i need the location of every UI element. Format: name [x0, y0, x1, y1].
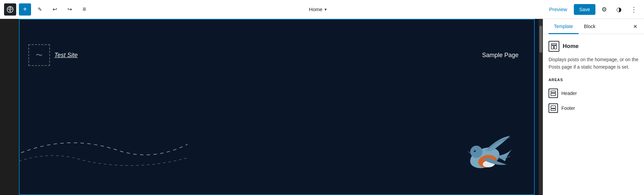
redo-icon: ↪ [67, 6, 72, 13]
svg-rect-12 [551, 106, 556, 108]
site-logo-placeholder: 〜 [28, 44, 50, 66]
edit-button[interactable]: ✎ [34, 3, 46, 16]
scroll-thumb [539, 26, 542, 53]
close-icon: × [633, 23, 637, 30]
page-title-button[interactable]: Home ▾ [305, 4, 331, 14]
gear-icon: ⚙ [601, 6, 607, 13]
main-area: 〜 Test Site Sample Page [0, 19, 644, 195]
template-icon [549, 41, 559, 52]
svg-rect-7 [551, 44, 557, 45]
svg-rect-11 [551, 93, 556, 96]
area-item-header[interactable]: Header [549, 86, 639, 101]
dashed-arc-svg [19, 111, 188, 178]
panel-item-title: Home [563, 43, 579, 50]
svg-rect-10 [551, 91, 556, 93]
bird-svg [458, 131, 512, 181]
add-block-button[interactable]: + [19, 3, 31, 16]
svg-rect-13 [551, 109, 556, 111]
plus-icon: + [23, 5, 27, 13]
bird-illustration [458, 131, 512, 185]
svg-rect-8 [551, 46, 554, 49]
save-button[interactable]: Save [574, 4, 595, 15]
svg-point-5 [474, 150, 476, 152]
list-view-icon: ≡ [83, 6, 86, 13]
panel-body: Home Displays posts on the homepage, or … [543, 34, 644, 195]
pencil-icon: ✎ [38, 6, 42, 13]
wp-logo[interactable] [4, 3, 16, 16]
panel-tabs: Template Block × [543, 19, 644, 34]
area-item-footer[interactable]: Footer [549, 101, 639, 116]
toolbar: + ✎ ↩ ↪ ≡ Home ▾ Preview Save ⚙ ◑ [0, 0, 644, 19]
toolbar-center: Home ▾ [93, 4, 542, 14]
footer-icon-svg [551, 105, 556, 111]
page-title-label: Home [309, 6, 323, 12]
layout-icon-svg [551, 43, 557, 49]
footer-area-label: Footer [561, 105, 575, 111]
header-area-icon [549, 89, 558, 98]
more-icon: ⋮ [631, 6, 637, 13]
preview-button[interactable]: Preview [545, 4, 571, 14]
toolbar-right: Preview Save ⚙ ◑ ⋮ [545, 3, 640, 16]
list-view-button[interactable]: ≡ [78, 3, 90, 16]
canvas-content[interactable]: 〜 Test Site Sample Page [19, 19, 539, 195]
header-area-label: Header [561, 91, 577, 96]
chevron-down-icon: ▾ [325, 7, 327, 12]
footer-area-icon [549, 103, 558, 113]
scrollbar[interactable] [539, 19, 543, 195]
contrast-icon: ◑ [616, 6, 622, 13]
tab-template[interactable]: Template [549, 19, 579, 34]
svg-rect-9 [554, 46, 557, 49]
undo-icon: ↩ [53, 6, 57, 13]
canvas-wrapper: 〜 Test Site Sample Page [0, 19, 543, 195]
svg-point-6 [474, 150, 475, 151]
nav-sample-page: Sample Page [482, 52, 519, 59]
settings-button[interactable]: ⚙ [598, 3, 610, 16]
areas-label: AREAS [549, 78, 639, 82]
logo-wave-icon: 〜 [36, 51, 43, 60]
redo-button[interactable]: ↪ [63, 3, 76, 16]
panel-close-button[interactable]: × [632, 22, 639, 31]
wp-logo-icon [7, 6, 13, 13]
tab-block[interactable]: Block [579, 19, 601, 34]
right-panel: Template Block × Home [543, 19, 644, 195]
contrast-button[interactable]: ◑ [613, 3, 625, 16]
more-options-button[interactable]: ⋮ [628, 3, 640, 16]
header-icon-svg [551, 91, 556, 96]
undo-button[interactable]: ↩ [49, 3, 61, 16]
panel-item-header: Home [549, 41, 639, 52]
svg-point-4 [470, 146, 482, 158]
panel-description: Displays posts on the homepage, or on th… [549, 56, 639, 71]
site-title: Test Site [54, 52, 78, 59]
